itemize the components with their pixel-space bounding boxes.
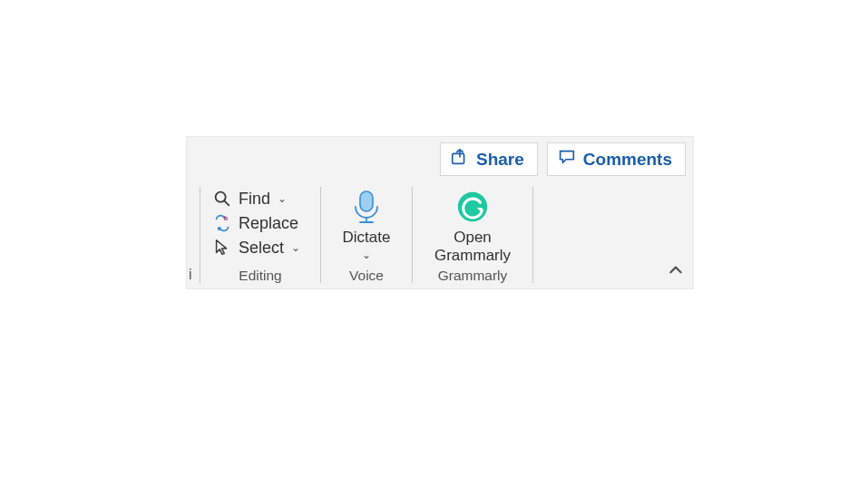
group-divider <box>532 187 533 283</box>
comments-label: Comments <box>583 150 672 170</box>
truncated-group-label: i <box>187 267 194 283</box>
select-button[interactable]: Select ⌄ <box>210 236 311 259</box>
find-button[interactable]: Find ⌄ <box>210 187 311 210</box>
select-cursor-icon <box>211 238 233 258</box>
ribbon-section: Share Comments i <box>186 136 694 289</box>
svg-text:c: c <box>218 224 221 232</box>
editing-group: Find ⌄ b c Replace <box>200 185 320 288</box>
replace-icon: b c <box>211 213 233 233</box>
grammarly-group-label: Grammarly <box>438 265 508 288</box>
svg-rect-7 <box>360 191 373 211</box>
chevron-down-icon: ⌄ <box>278 192 287 205</box>
chevron-down-icon: ⌄ <box>362 249 371 261</box>
editing-group-label: Editing <box>239 265 281 288</box>
collapse-ribbon-button[interactable] <box>668 262 684 281</box>
find-icon <box>211 189 233 209</box>
dictate-button[interactable]: Dictate ⌄ <box>327 185 406 261</box>
grammarly-icon <box>454 189 491 225</box>
chevron-down-icon: ⌄ <box>291 241 300 254</box>
top-buttons-row: Share Comments <box>187 137 693 181</box>
share-button[interactable]: Share <box>440 142 538 176</box>
svg-rect-0 <box>453 153 464 163</box>
voice-group: Dictate ⌄ Voice <box>321 185 412 288</box>
replace-label: Replace <box>239 214 298 233</box>
share-icon <box>450 147 470 171</box>
comments-icon <box>557 147 577 171</box>
microphone-icon <box>348 189 385 225</box>
select-label: Select <box>239 239 284 258</box>
comments-button[interactable]: Comments <box>547 142 686 176</box>
voice-group-label: Voice <box>349 265 384 288</box>
svg-text:b: b <box>224 214 229 222</box>
share-label: Share <box>476 150 524 170</box>
find-label: Find <box>239 190 270 209</box>
open-grammarly-button[interactable]: Open Grammarly <box>418 185 527 265</box>
dictate-label: Dictate <box>343 229 391 247</box>
ribbon-groups: i Find ⌄ <box>187 181 693 288</box>
grammarly-group: Open Grammarly Grammarly <box>413 185 532 288</box>
open-grammarly-label: Open Grammarly <box>434 229 511 265</box>
svg-line-2 <box>224 200 229 205</box>
replace-button[interactable]: b c Replace <box>210 211 311 235</box>
